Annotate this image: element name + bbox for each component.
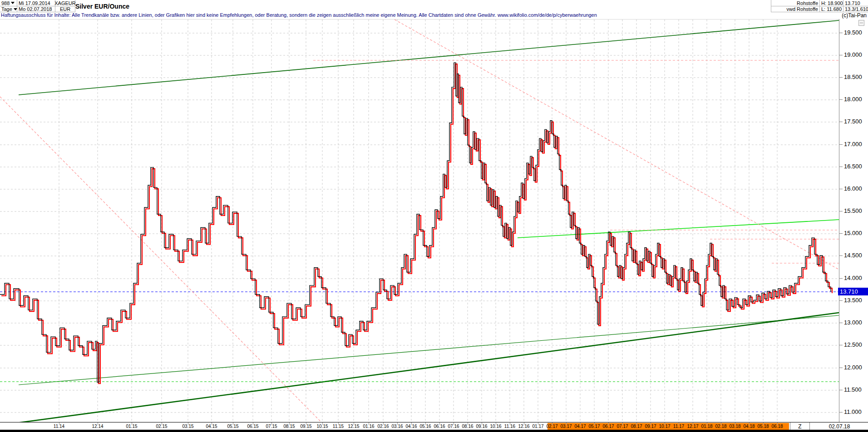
- x-tick-label: 05.16: [419, 424, 431, 429]
- y-tick-label: 11.500: [844, 386, 862, 393]
- high-value: H: 18.900: [820, 0, 843, 6]
- x-tick-label: 02.18: [715, 424, 726, 429]
- x-tick-label: 03.17: [560, 424, 572, 429]
- y-tick-label: 14.000: [844, 275, 862, 281]
- date-to-cell[interactable]: Mo 02.07.2018: [17, 6, 55, 12]
- x-tick-label: 06.16: [434, 424, 445, 429]
- y-tick-label: 15.000: [844, 230, 862, 236]
- bright-green-resistance-line: [518, 220, 839, 238]
- currency-cell: EUR: [55, 6, 75, 12]
- currency-value: EUR: [60, 6, 70, 12]
- bottom-border: [0, 430, 868, 432]
- date-from-cell[interactable]: Mi 17.09.2014: [17, 0, 55, 6]
- taipan-watermark: (c)Tai-Pan: [842, 12, 867, 19]
- x-tick-label: 01.18: [701, 424, 712, 429]
- x-tick-label: 05.15: [227, 424, 238, 429]
- period-value: Tage: [1, 6, 12, 12]
- y-tick-mark: [839, 412, 843, 412]
- y-tick-label: 16.000: [844, 185, 862, 192]
- y-tick-mark: [839, 55, 843, 55]
- y-tick-mark: [839, 300, 843, 301]
- x-tick-label: 12.16: [518, 424, 529, 429]
- x-tick-label: 01.15: [126, 424, 137, 429]
- y-tick-label: 19.500: [844, 29, 862, 36]
- x-tick-label: 07.16: [448, 424, 459, 429]
- x-tick-label: 08.17: [631, 424, 642, 429]
- x-tick-label: 04.17: [574, 424, 586, 429]
- x-axis-strip: 11.1412.1401.1502.1503.1504.1505.1506.15…: [0, 422, 868, 430]
- x-tick-label: 07.15: [266, 424, 277, 429]
- feed-name-2: vwd Rohstoffe: [771, 6, 820, 12]
- disclaimer-text: Haftungsausschluss für Inhalte: Alle Tre…: [1, 12, 700, 19]
- x-tick-label: 11.17: [673, 424, 684, 429]
- y-axis: 19.50019.00018.50018.00017.50017.00016.5…: [839, 19, 868, 422]
- x-tick-label: 09.15: [300, 424, 311, 429]
- y-tick-mark: [839, 122, 843, 122]
- x-tick-label: 04.15: [206, 424, 217, 429]
- x-tick-label: 12.14: [92, 424, 103, 429]
- feed-name: Rohstoffe: [771, 0, 820, 6]
- x-tick-label: 06.15: [247, 424, 258, 429]
- mid-green-support-line: [19, 315, 839, 385]
- price-black: [0, 63, 831, 382]
- chart-plot-area[interactable]: [0, 19, 839, 422]
- y-tick-mark: [839, 278, 843, 279]
- x-tick-label: 12.15: [348, 424, 359, 429]
- lower-green-channel-line: [0, 313, 839, 422]
- steep-red-downtrend-line: [0, 97, 331, 422]
- x-tick-label: 05.17: [588, 424, 600, 429]
- y-tick-mark: [839, 233, 843, 234]
- low-value: L: 11.680: [820, 6, 843, 12]
- x-tick-label: 11.16: [504, 424, 515, 429]
- y-tick-mark: [839, 99, 843, 100]
- y-tick-label: 18.000: [844, 96, 862, 103]
- x-tick-label: 11.14: [54, 424, 64, 429]
- y-tick-mark: [839, 390, 843, 390]
- date-from-value: Mi 17.09.2014: [19, 0, 50, 6]
- y-tick-mark: [839, 345, 843, 345]
- page-title: Silver EUR/Ounce: [75, 0, 129, 12]
- symbol-value: XAGEUR: [54, 0, 75, 6]
- x-tick-label: 02.16: [377, 424, 389, 429]
- y-tick-mark: [839, 255, 843, 256]
- header-bar: 988 Tage Mi 17.09.2014 Mo 02.07.2018 XAG…: [0, 0, 868, 12]
- x-tick-label: 01.16: [363, 424, 374, 429]
- last-price-header: 13.710: [843, 0, 868, 6]
- bar-count-dropdown[interactable]: 988: [0, 0, 17, 6]
- y-tick-label: 16.500: [844, 163, 862, 170]
- y-tick-mark: [839, 77, 843, 78]
- symbol-cell: XAGEUR: [55, 0, 75, 6]
- y-tick-label: 15.500: [844, 207, 862, 214]
- x-tick-label: 03.15: [182, 424, 193, 429]
- upper-green-channel-line: [19, 20, 839, 95]
- x-tick-label: 07.17: [616, 424, 628, 429]
- x-tick-label: 10.17: [659, 424, 670, 429]
- x-tick-label: 10.16: [490, 424, 501, 429]
- x-tick-label: 01.17: [532, 424, 543, 429]
- y-tick-label: 12.500: [844, 341, 862, 348]
- x-tick-label: 08.15: [283, 424, 295, 429]
- y-tick-mark: [839, 323, 843, 323]
- y-tick-label: 13.000: [844, 319, 862, 326]
- period-dropdown[interactable]: Tage: [0, 6, 17, 12]
- x-tick-label: 02.15: [156, 424, 167, 429]
- x-tick-label: 04.18: [743, 424, 755, 429]
- y-tick-label: 17.500: [844, 118, 862, 125]
- chart-window: 988 Tage Mi 17.09.2014 Mo 02.07.2018 XAG…: [0, 0, 868, 432]
- y-tick-mark: [839, 167, 843, 167]
- zoom-button[interactable]: Z: [790, 422, 810, 430]
- x-tick-label: 09.17: [645, 424, 656, 429]
- date-to-value: Mo 02.07.2018: [19, 6, 52, 12]
- x-tick-label: 06.17: [602, 424, 614, 429]
- y-tick-mark: [839, 144, 843, 145]
- y-tick-label: 13.500: [844, 297, 862, 304]
- y-tick-label: 11.000: [844, 408, 862, 415]
- x-tick-label: 08.16: [462, 424, 473, 429]
- y-tick-mark: [839, 189, 843, 189]
- y-tick-mark: [839, 33, 843, 33]
- corner-date: 02.07.18: [811, 422, 868, 430]
- change-info: 13.3/1.610: [843, 6, 868, 12]
- y-tick-mark: [839, 211, 843, 211]
- y-tick-label: 19.000: [844, 51, 862, 58]
- x-tick-label: 02.17: [546, 424, 557, 429]
